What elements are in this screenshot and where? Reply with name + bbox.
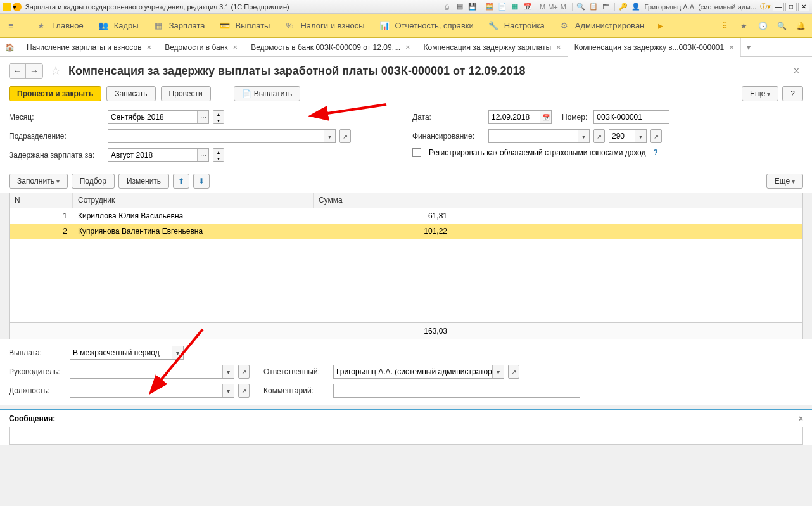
move-down-button[interactable]: ⬇ bbox=[193, 174, 210, 189]
pick-button[interactable]: Подбор bbox=[72, 174, 115, 189]
fav-icon[interactable]: ★ bbox=[737, 20, 750, 32]
close-tab-icon[interactable]: × bbox=[405, 42, 410, 52]
doc-icon[interactable]: 📄 bbox=[497, 2, 507, 12]
preview-icon[interactable]: ▤ bbox=[455, 2, 465, 12]
save-icon[interactable]: 💾 bbox=[467, 2, 478, 12]
edit-button[interactable]: Изменить bbox=[118, 174, 169, 189]
dropdown-icon[interactable]: ▾ bbox=[222, 384, 234, 397]
close-messages-icon[interactable]: × bbox=[799, 414, 803, 423]
help-icon[interactable]: ? bbox=[654, 148, 658, 157]
fill-button[interactable]: Заполнить bbox=[9, 174, 68, 189]
calendar-icon[interactable]: 📅 bbox=[540, 111, 551, 123]
dropdown-icon[interactable]: ▾ bbox=[578, 130, 589, 142]
menu-main[interactable]: ★Главное bbox=[35, 20, 84, 32]
form-close-button[interactable]: × bbox=[790, 65, 803, 77]
fin2-input[interactable]: 290▾ bbox=[609, 129, 647, 143]
post-and-close-button[interactable]: Провести и закрыть bbox=[9, 86, 101, 101]
close-tab-icon[interactable]: × bbox=[729, 42, 734, 52]
key-icon[interactable]: 🔑 bbox=[618, 2, 628, 12]
tab-4-active[interactable]: Компенсация за задержку в...00ЗК-000001× bbox=[568, 38, 741, 56]
number-input[interactable]: 00ЗК-000001 bbox=[593, 110, 669, 124]
dropdown-icon[interactable]: ▾ bbox=[172, 346, 183, 359]
tab-2[interactable]: Ведомость в банк 00ЗК-000009 от 12.09...… bbox=[244, 38, 417, 56]
info-icon[interactable]: ⓘ▾ bbox=[760, 2, 770, 12]
calc-icon[interactable]: 🧮 bbox=[485, 2, 495, 12]
col-n[interactable]: N bbox=[10, 193, 73, 208]
menu-salary[interactable]: ▦Зарплата bbox=[153, 20, 205, 32]
apps-icon[interactable]: ⠿ bbox=[718, 20, 731, 32]
close-window-button[interactable]: ✕ bbox=[798, 3, 809, 11]
memory-m[interactable]: М bbox=[540, 3, 545, 11]
pos-input[interactable]: ▾ bbox=[70, 384, 234, 398]
help-button[interactable]: ? bbox=[782, 86, 803, 101]
pay-button[interactable]: 📄Выплатить bbox=[234, 86, 301, 101]
table-row-selected[interactable]: 2 Куприянова Валентина Евгеньевна 101,22 bbox=[10, 224, 802, 239]
window-icon[interactable]: 🗔 bbox=[601, 2, 611, 12]
dropdown-icon[interactable]: ▾ bbox=[324, 130, 335, 142]
comm-input[interactable] bbox=[333, 384, 580, 398]
fin-input[interactable]: ▾ bbox=[488, 129, 590, 143]
menu-payments[interactable]: 💳Выплаты bbox=[219, 20, 270, 32]
delayed-input[interactable]: Август 2018⋯ bbox=[108, 148, 209, 162]
messages-body[interactable] bbox=[9, 427, 803, 445]
clipboard-icon[interactable]: 📋 bbox=[588, 2, 599, 12]
table-row[interactable]: 1 Кириллова Юлия Васильевна 61,81 bbox=[10, 208, 802, 224]
calendar-icon[interactable]: 📅 bbox=[523, 2, 533, 12]
print-icon[interactable]: ⎙ bbox=[442, 2, 452, 12]
tabs-more[interactable]: ▾ bbox=[741, 38, 756, 56]
memory-mminus[interactable]: М- bbox=[561, 3, 569, 11]
open-icon[interactable]: ↗ bbox=[238, 384, 250, 398]
menu-toggle[interactable]: ≡ bbox=[5, 20, 22, 32]
open-icon[interactable]: ↗ bbox=[339, 129, 351, 143]
delayed-spinner[interactable]: ▲▼ bbox=[213, 148, 224, 162]
dropdown-icon[interactable]: ▾ bbox=[222, 365, 234, 378]
bell-icon[interactable]: 🔔 bbox=[794, 20, 807, 32]
memory-mplus[interactable]: М+ bbox=[548, 3, 558, 11]
menu-reports[interactable]: 📊Отчетность, справки bbox=[379, 20, 474, 32]
menu-scroll-right[interactable]: ▸ bbox=[658, 20, 663, 32]
user-icon[interactable]: 👤 bbox=[631, 2, 641, 12]
history-icon[interactable]: 🕓 bbox=[756, 20, 769, 32]
tab-0[interactable]: Начисление зарплаты и взносов× bbox=[20, 38, 158, 56]
col-emp[interactable]: Сотрудник bbox=[73, 193, 314, 208]
minimize-button[interactable]: — bbox=[773, 3, 784, 11]
month-input[interactable]: Сентябрь 2018⋯ bbox=[108, 110, 209, 124]
menu-taxes[interactable]: %Налоги и взносы bbox=[284, 20, 364, 32]
table-more-button[interactable]: Еще bbox=[766, 174, 803, 189]
date-input[interactable]: 12.09.2018📅 bbox=[488, 110, 552, 124]
dropdown-icon[interactable]: ▾ bbox=[635, 130, 646, 142]
app-menu-dropdown[interactable]: ▾ bbox=[13, 3, 22, 11]
search-icon[interactable]: 🔍 bbox=[775, 20, 788, 32]
home-tab[interactable]: 🏠 bbox=[0, 38, 20, 56]
move-up-button[interactable]: ⬆ bbox=[173, 174, 189, 189]
month-spinner[interactable]: ▲▼ bbox=[213, 110, 224, 124]
save-button[interactable]: Записать bbox=[106, 86, 155, 101]
resp-input[interactable]: Григорьянц А.А. (системный администратор… bbox=[333, 365, 504, 379]
close-tab-icon[interactable]: × bbox=[147, 42, 152, 52]
open-icon[interactable]: ↗ bbox=[650, 129, 662, 143]
tab-1[interactable]: Ведомости в банк× bbox=[158, 38, 244, 56]
current-user[interactable]: Григорьянц А.А. (системный адм... bbox=[645, 3, 756, 11]
col-sum[interactable]: Сумма bbox=[314, 193, 802, 208]
close-tab-icon[interactable]: × bbox=[556, 42, 561, 52]
open-icon[interactable]: ↗ bbox=[508, 365, 519, 379]
dropdown-icon[interactable]: ▾ bbox=[492, 365, 504, 378]
zoom-icon[interactable]: 🔍 bbox=[576, 2, 586, 12]
more-button[interactable]: Еще bbox=[742, 86, 778, 101]
menu-hr[interactable]: 👥Кадры bbox=[98, 20, 139, 32]
nav-fwd-button[interactable]: → bbox=[26, 64, 42, 78]
dept-input[interactable]: ▾ bbox=[108, 129, 336, 143]
payout-select[interactable]: В межрасчетный период▾ bbox=[70, 346, 184, 360]
open-icon[interactable]: ↗ bbox=[238, 365, 250, 379]
menu-admin[interactable]: ⚙Администрирован bbox=[559, 20, 644, 32]
open-icon[interactable]: ↗ bbox=[593, 129, 605, 143]
register-checkbox[interactable] bbox=[412, 148, 421, 157]
close-tab-icon[interactable]: × bbox=[233, 42, 238, 52]
post-button[interactable]: Провести bbox=[161, 86, 211, 101]
maximize-button[interactable]: □ bbox=[785, 3, 797, 11]
favorite-star-icon[interactable]: ☆ bbox=[49, 65, 62, 77]
grid-icon[interactable]: ▦ bbox=[510, 2, 520, 12]
tab-3[interactable]: Компенсация за задержку зарплаты× bbox=[417, 38, 568, 56]
ellipsis-icon[interactable]: ⋯ bbox=[197, 149, 208, 161]
mgr-input[interactable]: ▾ bbox=[70, 365, 234, 379]
